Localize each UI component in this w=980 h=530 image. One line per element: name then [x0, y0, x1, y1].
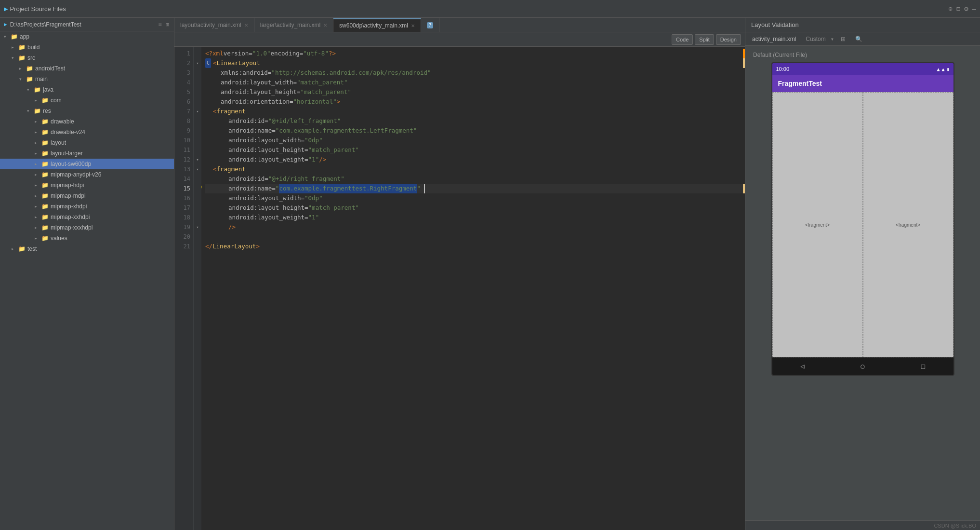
phone-time: 10:00: [776, 66, 790, 72]
code-line-21: </LinearLayout>: [205, 242, 745, 251]
panel-icon-search[interactable]: 🔍: [852, 35, 865, 43]
tree-label-androidtest: androidTest: [35, 65, 65, 72]
tree-item-mipmap-hdpi[interactable]: ▸ 📁 mipmap-hdpi: [0, 180, 174, 190]
nav-recents-button[interactable]: □: [921, 362, 925, 370]
tree-item-app[interactable]: ▾ 📁 app: [0, 31, 174, 42]
tree-item-java[interactable]: ▾ 📁 java: [0, 84, 174, 95]
tab-badge[interactable]: 7: [421, 18, 440, 32]
panel-icon-grid[interactable]: ⊞: [838, 35, 848, 43]
tree-label-layout-sw600dp: layout-sw600dp: [51, 161, 91, 167]
tree-label-mipmap-anydpi: mipmap-anydpi-v26: [51, 171, 101, 178]
fold-20: [194, 232, 201, 242]
tab-close-2[interactable]: ✕: [323, 23, 327, 28]
fold-6: [194, 97, 201, 107]
folder-icon-mipmap-anydpi: 📁: [41, 171, 49, 178]
fold-3: [194, 68, 201, 78]
arrow-mipmap-hdpi: ▸: [35, 183, 41, 188]
tree-item-mipmap-xhdpi[interactable]: ▸ 📁 mipmap-xhdpi: [0, 201, 174, 212]
folder-icon-mipmap-xhdpi: 📁: [41, 203, 49, 210]
fold-13[interactable]: ▾: [194, 164, 201, 174]
status-bar: CSDN @Slick.BO: [745, 520, 980, 530]
code-content[interactable]: <?xml version="1.0" encoding="utf-8"?> C…: [201, 47, 745, 530]
tree-item-src[interactable]: ▾ 📁 src: [0, 53, 174, 63]
tree-label-main: main: [35, 76, 48, 82]
minimize-icon[interactable]: —: [972, 5, 976, 13]
folder-icon-mipmap-hdpi: 📁: [41, 182, 49, 189]
tree-item-main[interactable]: ▾ 📁 main: [0, 74, 174, 84]
fold-1: [194, 49, 201, 58]
tree-item-mipmap-xxxhdpi[interactable]: ▸ 📁 mipmap-xxxhdpi: [0, 222, 174, 233]
collapse-icon[interactable]: ⊟: [956, 5, 960, 13]
fold-12[interactable]: ▾: [194, 155, 201, 164]
sidebar-icon-2[interactable]: ⊞: [165, 20, 170, 29]
dropdown-arrow-icon[interactable]: ▾: [831, 36, 834, 42]
split-button[interactable]: Split: [695, 34, 714, 45]
tree-label-src: src: [27, 54, 35, 61]
tree-label-mipmap-hdpi: mipmap-hdpi: [51, 182, 84, 189]
fold-gutter: ▾ ▾ ▾ ▾ ▾: [194, 47, 201, 530]
tree-item-drawable-v24[interactable]: ▸ 📁 drawable-v24: [0, 127, 174, 137]
tree-item-androidtest[interactable]: ▸ 📁 androidTest: [0, 63, 174, 74]
tree-item-test[interactable]: ▸ 📁 test: [0, 244, 174, 254]
tree-item-mipmap-mdpi[interactable]: ▸ 📁 mipmap-mdpi: [0, 190, 174, 201]
main-layout: ▶ D:\asProjects\FragmentTest ≡ ⊞ ▾ 📁 app…: [0, 18, 980, 530]
tree-item-drawable[interactable]: ▸ 📁 drawable: [0, 116, 174, 127]
arrow-src: ▾: [12, 55, 18, 60]
fold-19[interactable]: ▾: [194, 222, 201, 232]
tab-larger-main[interactable]: larger\activity_main.xml ✕: [254, 18, 333, 32]
title-bar-controls: ⊙ ⊟ ⚙ —: [948, 5, 976, 13]
editor-area: layout\activity_main.xml ✕ larger\activi…: [174, 18, 745, 530]
code-line-20: [205, 232, 745, 242]
tree-item-layout[interactable]: ▸ 📁 layout: [0, 137, 174, 148]
tree-item-values[interactable]: ▸ 📁 values: [0, 233, 174, 244]
tree-label-layout: layout: [51, 139, 66, 146]
sidebar-icon-1[interactable]: ≡: [158, 20, 163, 29]
tree-label-com: com: [51, 97, 62, 104]
tab-label-3: sw600dp\activity_main.xml: [339, 22, 408, 29]
tree-item-com[interactable]: ▸ 📁 com: [0, 95, 174, 106]
phone-content: <fragment> <fragment>: [772, 92, 954, 357]
code-editor[interactable]: 1 2 3 4 5 6 7 8 9 10 11 12 13 14 15 16 1…: [174, 47, 745, 530]
fold-9: [194, 126, 201, 136]
tree-label-mipmap-xxxhdpi: mipmap-xxxhdpi: [51, 224, 93, 231]
tab-close-3[interactable]: ✕: [411, 23, 415, 28]
tree-item-layout-larger[interactable]: ▸ 📁 layout-larger: [0, 148, 174, 159]
folder-icon-drawable: 📁: [41, 118, 49, 125]
custom-dropdown[interactable]: Custom: [803, 35, 828, 43]
nav-back-button[interactable]: ◁: [800, 362, 804, 370]
folder-icon-com: 📁: [41, 97, 49, 104]
fold-17: [194, 203, 201, 213]
arrow-main: ▾: [19, 77, 26, 82]
phone-app-title: FragmentTest: [778, 80, 822, 87]
tree-item-build[interactable]: ▸ 📁 build: [0, 42, 174, 53]
code-line-4: android:layout_width="match_parent": [205, 78, 745, 87]
design-button[interactable]: Design: [716, 34, 741, 45]
code-line-14: android:id="@+id/right_fragment": [205, 174, 745, 184]
arrow-mipmap-anydpi: ▸: [35, 172, 41, 177]
tree-item-layout-sw600dp[interactable]: ▸ 📁 layout-sw600dp: [0, 159, 174, 169]
tree-label-drawable: drawable: [51, 118, 74, 125]
settings-icon[interactable]: ⚙: [964, 5, 968, 13]
tree-label-build: build: [27, 44, 40, 51]
phone-status-icons: ▲ ▲ ▮: [937, 67, 949, 72]
arrow-layout-sw600dp: ▸: [35, 162, 41, 166]
nav-home-button[interactable]: ○: [861, 362, 864, 370]
sidebar: ▶ D:\asProjects\FragmentTest ≡ ⊞ ▾ 📁 app…: [0, 18, 174, 530]
fold-2[interactable]: ▾: [194, 58, 201, 68]
fold-5: [194, 87, 201, 97]
panel-file-name[interactable]: activity_main.xml: [749, 35, 799, 43]
tree-item-mipmap-xxhdpi[interactable]: ▸ 📁 mipmap-xxhdpi: [0, 212, 174, 222]
code-button[interactable]: Code: [672, 34, 693, 45]
tab-layout-main[interactable]: layout\activity_main.xml ✕: [174, 18, 254, 32]
code-line-10: android:layout_width="0dp": [205, 136, 745, 145]
folder-icon-values: 📁: [41, 235, 49, 242]
sync-icon[interactable]: ⊙: [948, 5, 952, 13]
phone-nav-bar: ◁ ○ □: [772, 357, 954, 375]
tree-item-mipmap-anydpi-v26[interactable]: ▸ 📁 mipmap-anydpi-v26: [0, 169, 174, 180]
fold-7[interactable]: ▾: [194, 107, 201, 116]
tree-item-res[interactable]: ▾ 📁 res: [0, 106, 174, 116]
tab-close-1[interactable]: ✕: [244, 23, 248, 28]
project-path: D:\asProjects\FragmentTest: [10, 21, 81, 28]
layout-validation-title: Layout Validation: [751, 21, 799, 28]
tab-sw600dp-main[interactable]: sw600dp\activity_main.xml ✕: [333, 18, 421, 32]
